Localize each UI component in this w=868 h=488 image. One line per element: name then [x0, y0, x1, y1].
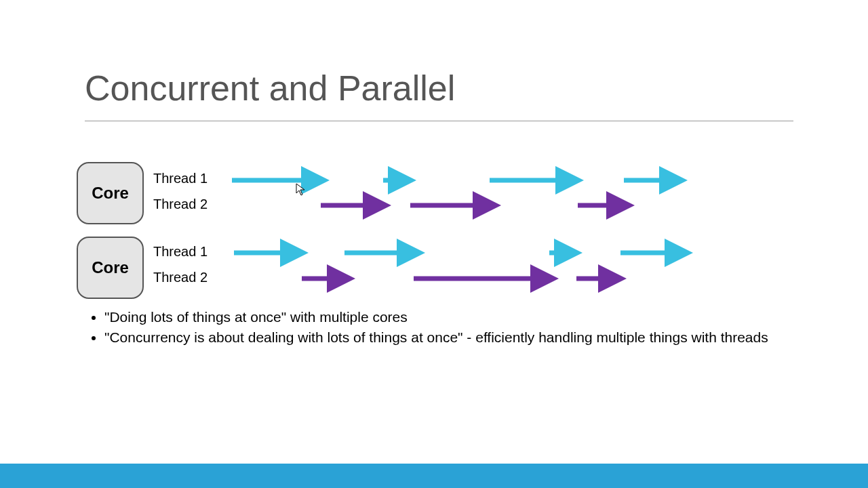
footer-bar [0, 464, 868, 488]
cursor-icon [296, 183, 307, 197]
bullet-list: "Doing lots of things at once" with mult… [81, 308, 787, 349]
bullet-item: "Doing lots of things at once" with mult… [104, 308, 787, 327]
thread-label-2-1: Thread 1 [153, 244, 208, 260]
slide-title: Concurrent and Parallel [85, 68, 455, 108]
thread-label-1-2: Thread 2 [153, 197, 208, 212]
title-underline [85, 121, 793, 121]
core-box-2: Core [77, 237, 144, 299]
core-box-1: Core [77, 162, 144, 224]
thread-label-1-1: Thread 1 [153, 171, 208, 186]
thread-label-2-2: Thread 2 [153, 270, 208, 285]
bullet-item: "Concurrency is about dealing with lots … [104, 328, 787, 347]
slide: Concurrent and Parallel Core Thread 1 Th… [0, 0, 868, 488]
